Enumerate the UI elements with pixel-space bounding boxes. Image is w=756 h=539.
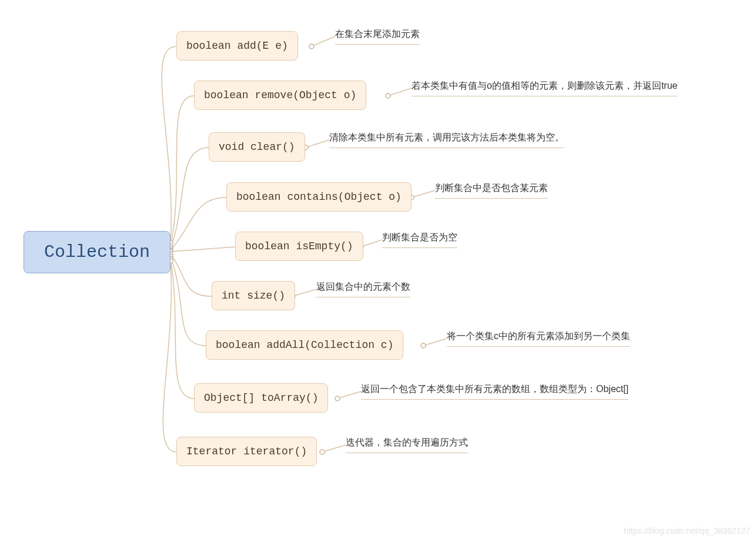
method-label: boolean add(E e): [186, 40, 288, 52]
method-node-iterator[interactable]: Iterator iterator(): [176, 437, 317, 466]
svg-point-22: [421, 343, 426, 348]
svg-line-13: [306, 140, 329, 148]
method-label: int size(): [222, 290, 285, 302]
method-node-add[interactable]: boolean add(E e): [176, 31, 298, 61]
method-node-isempty[interactable]: boolean isEmpty(): [235, 232, 363, 261]
svg-line-9: [312, 36, 335, 46]
svg-point-24: [335, 396, 340, 401]
method-node-clear[interactable]: void clear(): [209, 132, 305, 162]
svg-line-17: [361, 240, 382, 247]
method-node-contains[interactable]: boolean contains(Object o): [226, 182, 412, 212]
method-node-size[interactable]: int size(): [212, 281, 295, 310]
method-desc-addall: 将一个类集c中的所有元素添加到另一个类集: [447, 330, 630, 347]
method-label: Iterator iterator(): [186, 446, 307, 457]
watermark-text: https://blog.csdn.net/qq_38362127: [624, 526, 750, 535]
svg-point-10: [309, 44, 314, 49]
method-desc-remove: 若本类集中有值与o的值相等的元素，则删除该元素，并返回true: [412, 80, 677, 96]
method-label: void clear(): [219, 141, 295, 153]
method-label: boolean contains(Object o): [236, 191, 402, 203]
root-node-collection[interactable]: Collection: [24, 231, 170, 273]
method-desc-clear: 清除本类集中所有元素，调用完该方法后本类集将为空。: [329, 132, 564, 148]
method-node-toarray[interactable]: Object[] toArray(): [194, 383, 328, 413]
svg-line-25: [322, 445, 346, 452]
method-desc-isempty: 判断集合是否为空: [382, 232, 457, 248]
method-desc-contains: 判断集合中是否包含某元素: [435, 182, 548, 199]
method-label: boolean remove(Object o): [204, 89, 356, 101]
svg-line-19: [293, 289, 316, 296]
method-desc-iterator: 迭代器，集合的专用遍历方式: [346, 437, 468, 453]
svg-point-12: [386, 93, 390, 98]
method-node-remove[interactable]: boolean remove(Object o): [194, 81, 366, 110]
method-label: boolean addAll(Collection c): [216, 339, 393, 351]
method-desc-add: 在集合末尾添加元素: [335, 28, 420, 45]
method-desc-size: 返回集合中的元素个数: [316, 281, 410, 297]
svg-line-23: [337, 391, 361, 399]
method-node-addall[interactable]: boolean addAll(Collection c): [206, 330, 403, 360]
method-label: Object[] toArray(): [204, 392, 318, 404]
root-label: Collection: [44, 242, 150, 262]
svg-point-26: [320, 450, 325, 454]
method-desc-toarray: 返回一个包含了本类集中所有元素的数组，数组类型为：Object[]: [361, 383, 628, 400]
method-label: boolean isEmpty(): [245, 240, 353, 252]
svg-line-21: [423, 339, 447, 346]
svg-line-11: [388, 88, 412, 96]
svg-line-15: [412, 190, 435, 197]
